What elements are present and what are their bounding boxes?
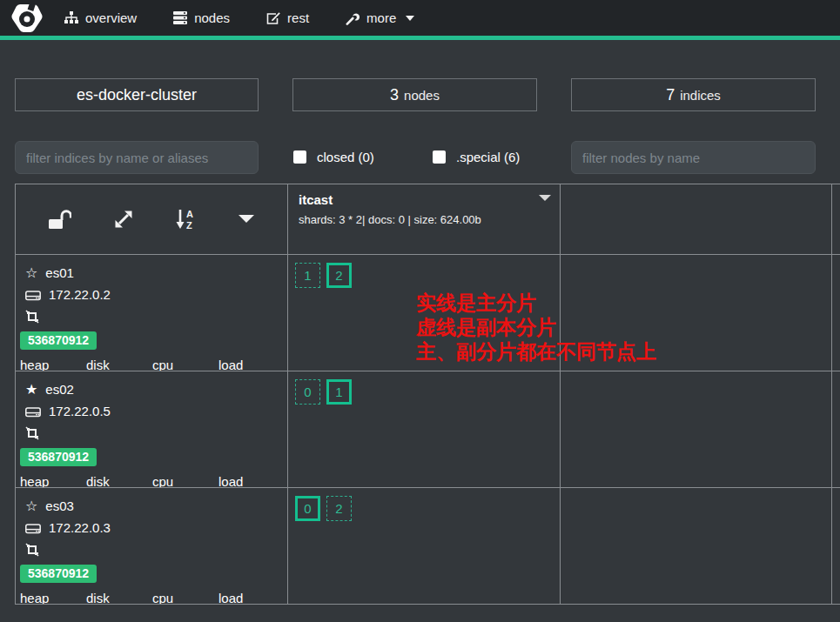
header-cut-cell <box>832 184 840 255</box>
cut-cell <box>832 255 840 371</box>
node-badge: 536870912 <box>20 448 97 466</box>
annotation-text: 实线是主分片 虚线是副本分片 主、副分片都在不同节点上 <box>416 291 656 364</box>
indices-count: 7 <box>666 86 675 104</box>
cut-cell <box>832 371 840 488</box>
node-stat-load: load <box>218 591 280 605</box>
caret-down-icon[interactable] <box>239 215 254 224</box>
stat-label: disk <box>86 591 148 605</box>
shard-box-primary[interactable]: 1 <box>326 379 352 405</box>
shard-box-replica[interactable]: 1 <box>295 263 320 288</box>
header-empty-cell <box>561 184 832 255</box>
nav-label-overview: overview <box>85 10 137 25</box>
shard-box-replica[interactable]: 0 <box>295 379 320 405</box>
node-stat-heap: heap <box>20 474 82 488</box>
node-stats: heapdiskcpuload <box>20 591 280 605</box>
master-star-icon: ★ <box>25 383 37 397</box>
cluster-name-box: es-docker-cluster <box>15 78 259 111</box>
svg-text:Z: Z <box>186 220 192 230</box>
nav-label-rest: rest <box>287 10 309 25</box>
nodes-count-label: nodes <box>404 88 440 103</box>
server-icon <box>173 11 187 24</box>
node-stat-disk: disk <box>86 591 148 605</box>
nodes-count: 3 <box>390 86 399 104</box>
checkbox-icon[interactable] <box>293 150 306 164</box>
hdd-icon <box>25 405 41 418</box>
node-name: es02 <box>45 382 74 397</box>
wrench-icon <box>346 11 360 25</box>
nav-label-more: more <box>366 10 396 25</box>
node-stat-cpu: cpu <box>152 474 214 488</box>
nav-label-nodes: nodes <box>194 10 230 25</box>
unlock-icon[interactable] <box>49 210 71 230</box>
filter-nodes-input[interactable] <box>571 141 816 174</box>
hdd-icon <box>25 522 41 534</box>
master-star-icon: ☆ <box>25 266 37 280</box>
stat-label: heap <box>20 474 82 488</box>
nav-item-rest[interactable]: rest <box>266 10 309 25</box>
stat-label: cpu <box>152 474 214 488</box>
cluster-table: A Z itcast shards: 3 * 2| docs: 0 | size… <box>15 184 840 605</box>
filter-indices-input[interactable] <box>15 141 259 174</box>
crop-icon <box>25 543 39 557</box>
shard-cell: 02 <box>288 488 561 605</box>
shard-box-primary[interactable]: 2 <box>326 263 352 288</box>
node-name: es03 <box>45 498 74 513</box>
sitemap-icon <box>64 11 78 24</box>
indices-count-box: 7 indices <box>571 78 816 111</box>
node-ip: 172.22.0.5 <box>49 404 111 418</box>
node-info-cell: ☆ es01 172.22.0.2 536870912 heapdiskcpul… <box>16 255 288 371</box>
stat-label: cpu <box>152 591 214 605</box>
node-name: es01 <box>45 265 74 280</box>
nav-item-overview[interactable]: overview <box>64 10 137 25</box>
special-checkbox[interactable]: .special (6) <box>433 150 520 164</box>
closed-label: closed (0) <box>317 150 374 164</box>
expand-arrows-icon[interactable] <box>113 209 134 230</box>
node-ip: 172.22.0.2 <box>49 287 111 302</box>
node-stat-cpu: cpu <box>152 358 214 371</box>
stat-label: load <box>218 358 280 371</box>
index-header-itcast[interactable]: itcast shards: 3 * 2| docs: 0 | size: 62… <box>288 184 561 255</box>
sort-alpha-icon[interactable]: A Z <box>176 209 197 230</box>
index-name: itcast <box>299 192 549 207</box>
node-stats: heapdiskcpuload <box>20 358 280 371</box>
empty-cell <box>561 371 832 488</box>
stat-label: disk <box>86 358 148 371</box>
cerebro-app: overview nodes rest more <box>0 0 840 622</box>
node-stat-heap: heap <box>20 591 82 605</box>
annotation-line: 实线是主分片 <box>416 291 656 315</box>
node-ip: 172.22.0.3 <box>49 520 111 535</box>
node-info-cell: ★ es02 172.22.0.5 536870912 heapdiskcpul… <box>16 371 288 488</box>
cluster-name: es-docker-cluster <box>77 86 197 104</box>
annotation-line: 虚线是副本分片 <box>416 315 656 339</box>
node-stat-disk: disk <box>86 474 148 488</box>
shard-box-replica[interactable]: 2 <box>326 496 352 521</box>
stat-label: load <box>218 591 280 605</box>
cut-cell <box>832 488 840 605</box>
node-stat-load: load <box>218 474 280 488</box>
node-stat-heap: heap <box>20 358 82 371</box>
svg-text:A: A <box>186 209 193 219</box>
nav-item-nodes[interactable]: nodes <box>173 10 230 25</box>
nav-item-more[interactable]: more <box>346 10 414 25</box>
cerebro-logo[interactable] <box>10 2 44 35</box>
empty-cell <box>561 488 832 605</box>
shard-box-primary[interactable]: 0 <box>295 496 320 521</box>
stat-label: heap <box>20 358 82 371</box>
master-star-icon: ☆ <box>25 499 37 513</box>
edit-icon <box>266 11 280 24</box>
checkbox-icon[interactable] <box>433 150 446 164</box>
node-badge: 536870912 <box>20 331 97 350</box>
stat-label: load <box>218 474 280 488</box>
crop-icon <box>25 426 39 440</box>
navbar: overview nodes rest more <box>0 0 840 40</box>
node-stat-disk: disk <box>86 358 148 371</box>
closed-checkbox[interactable]: closed (0) <box>293 150 374 164</box>
caret-down-icon <box>406 16 414 21</box>
node-info-cell: ☆ es03 172.22.0.3 536870912 heapdiskcpul… <box>16 488 288 605</box>
stat-label: heap <box>20 591 82 605</box>
special-label: .special (6) <box>456 150 520 164</box>
caret-down-icon[interactable] <box>539 195 551 201</box>
index-stats: shards: 3 * 2| docs: 0 | size: 624.00b <box>299 213 549 226</box>
shard-cell: 01 <box>288 371 561 488</box>
nodes-count-box: 3 nodes <box>292 78 537 111</box>
